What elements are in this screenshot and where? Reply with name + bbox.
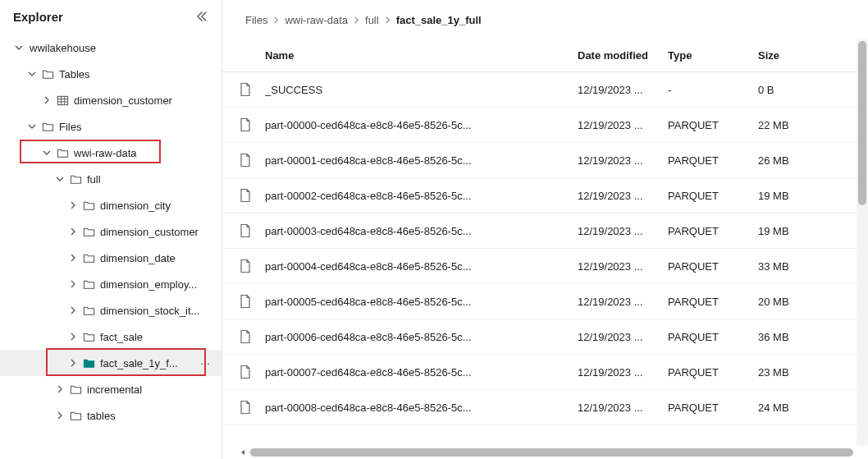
file-size: 20 MB [758,296,840,308]
file-row[interactable]: part-00006-ced648ca-e8c8-46e5-8526-5c...… [222,319,857,355]
chevron-right-icon [41,94,53,106]
file-type: - [668,84,758,96]
chevron-right-icon [67,252,79,264]
folder-icon [69,409,82,422]
breadcrumb-current: fact_sale_1y_full [396,14,482,26]
file-date: 12/19/2023 ... [578,331,668,343]
file-size: 19 MB [758,190,840,202]
tree-label: dimension_customer [74,94,222,107]
caret-left-icon[interactable] [237,449,249,456]
breadcrumb: Files wwi-raw-data full fact_sale_1y_ful… [222,0,868,39]
collapse-sidebar-button[interactable] [194,8,210,25]
tree-label: fact_sale_1y_f... [100,357,197,369]
breadcrumb-item[interactable]: full [365,14,379,26]
file-row[interactable]: part-00008-ced648ca-e8c8-46e5-8526-5c...… [222,390,857,425]
file-icon [239,329,254,344]
chevron-right-icon [67,200,79,211]
tree-label: dimension_customer [100,226,222,238]
tree-node-folder[interactable]: fact_sale [0,324,222,350]
tree-label: incremental [87,383,222,396]
vertical-scrollbar[interactable] [857,39,868,446]
chevron-down-icon [26,68,38,80]
file-name: part-00005-ced648ca-e8c8-46e5-8526-5c... [265,296,472,308]
file-row[interactable]: part-00002-ced648ca-e8c8-46e5-8526-5c...… [222,178,857,213]
tree-label: wwi-raw-data [74,147,222,159]
column-name[interactable]: Name [265,49,294,62]
file-row[interactable]: part-00005-ced648ca-e8c8-46e5-8526-5c...… [222,284,857,319]
file-row[interactable]: part-00007-ced648ca-e8c8-46e5-8526-5c...… [222,355,857,390]
file-size: 22 MB [758,119,840,131]
folder-icon [82,304,95,317]
file-list: Name Date modified Type Size _SUCCESS12/… [222,39,857,446]
tree-label: dimension_date [100,252,222,264]
file-row[interactable]: part-00000-ced648ca-e8c8-46e5-8526-5c...… [222,108,857,143]
file-row[interactable]: _SUCCESS12/19/2023 ...-0 B [222,72,857,108]
column-type[interactable]: Type [668,49,758,62]
double-chevron-left-icon [196,11,208,22]
file-type: PARQUET [668,225,758,237]
svg-rect-0 [57,96,67,104]
tree-node-wwi-raw-data[interactable]: wwi-raw-data [0,140,222,166]
tree-node-files[interactable]: Files [0,113,222,140]
tree-node-tables[interactable]: Tables [0,61,222,87]
scrollbar-thumb[interactable] [250,448,853,457]
scrollbar-thumb[interactable] [858,41,866,205]
tree-node-root[interactable]: wwilakehouse [0,34,222,61]
tree-label: full [87,173,222,186]
file-row[interactable]: part-00004-ced648ca-e8c8-46e5-8526-5c...… [222,249,857,284]
explorer-tree: wwilakehouse Tables dimension_customer F… [0,33,222,459]
file-name: part-00001-ced648ca-e8c8-46e5-8526-5c... [265,154,472,167]
file-date: 12/19/2023 ... [578,154,668,167]
file-type: PARQUET [668,402,758,414]
file-row[interactable]: part-00001-ced648ca-e8c8-46e5-8526-5c...… [222,143,857,178]
file-size: 24 MB [758,402,840,414]
file-type: PARQUET [668,119,758,131]
breadcrumb-item[interactable]: wwi-raw-data [285,14,348,26]
file-date: 12/19/2023 ... [578,84,668,96]
tree-node-folder[interactable]: tables [0,402,222,429]
file-name: part-00004-ced648ca-e8c8-46e5-8526-5c... [265,260,472,273]
file-list-header: Name Date modified Type Size [222,39,857,72]
tree-label: fact_sale [100,331,222,343]
chevron-right-icon [67,226,79,237]
folder-icon [82,225,95,238]
chevron-right-icon [353,16,360,24]
folder-icon [82,330,95,343]
tree-label: tables [87,410,222,422]
horizontal-scrollbar-area [222,446,868,459]
tree-node-folder[interactable]: dimension_stock_it... [0,297,222,324]
breadcrumb-item[interactable]: Files [245,14,267,26]
tree-node-folder[interactable]: dimension_city [0,192,222,218]
file-name: part-00002-ced648ca-e8c8-46e5-8526-5c... [265,190,472,202]
folder-icon [69,383,82,396]
tree-label: Tables [59,68,222,80]
chevron-right-icon [67,357,79,369]
file-icon [239,82,254,97]
file-name: part-00007-ced648ca-e8c8-46e5-8526-5c... [265,366,472,379]
tree-node-folder[interactable]: dimension_customer [0,218,222,245]
file-size: 36 MB [758,331,840,343]
tree-node-folder[interactable]: incremental [0,376,222,402]
column-date[interactable]: Date modified [578,49,668,62]
chevron-down-icon [54,173,66,185]
more-options-button[interactable]: ··· [197,356,213,369]
file-size: 26 MB [758,154,840,167]
tree-node-folder[interactable]: dimension_employ... [0,271,222,297]
file-row[interactable]: part-00003-ced648ca-e8c8-46e5-8526-5c...… [222,213,857,249]
tree-node-folder[interactable]: dimension_date [0,245,222,271]
file-date: 12/19/2023 ... [578,366,668,379]
file-icon [239,117,254,132]
horizontal-scrollbar[interactable] [249,448,853,457]
file-icon [239,153,254,168]
column-size[interactable]: Size [758,49,840,62]
file-date: 12/19/2023 ... [578,119,668,131]
file-name: part-00006-ced648ca-e8c8-46e5-8526-5c... [265,331,472,343]
file-icon [239,188,254,203]
tree-node-folder[interactable]: fact_sale_1y_f...··· [0,350,222,376]
tree-node-dimension-customer-table[interactable]: dimension_customer [0,87,222,113]
file-date: 12/19/2023 ... [578,402,668,414]
chevron-right-icon [67,278,79,290]
sidebar-header: Explorer [0,0,222,33]
chevron-down-icon [13,42,25,53]
tree-node-full[interactable]: full [0,166,222,192]
